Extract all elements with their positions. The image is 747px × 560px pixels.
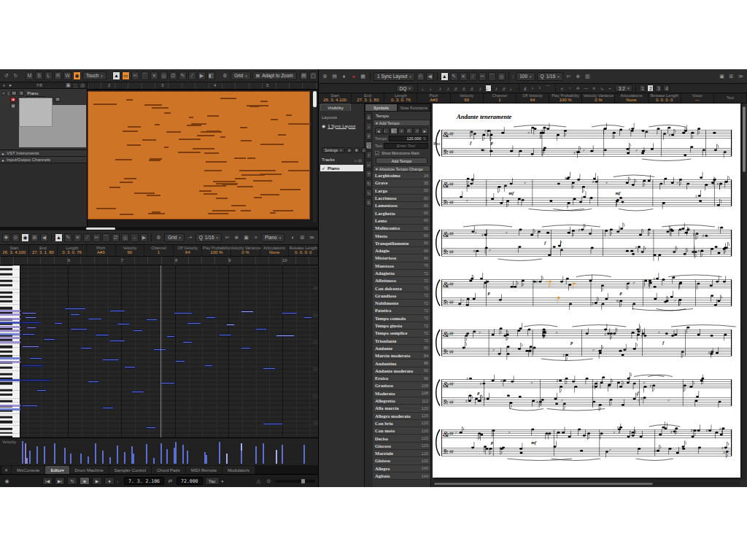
midi-note[interactable]	[241, 311, 254, 313]
mute-button[interactable]: M	[11, 90, 17, 96]
midi-note[interactable]	[282, 312, 298, 314]
instrument-button[interactable]: ▦	[10, 103, 16, 108]
tempo-term-row[interactable]: Allegretto112	[373, 397, 430, 405]
panel-icon[interactable]: ▣	[242, 233, 250, 242]
output-level-slider[interactable]	[275, 480, 315, 483]
trim-tool-icon[interactable]: ∕	[469, 72, 477, 81]
velocity-bar[interactable]	[131, 446, 133, 464]
velocity-bar[interactable]	[26, 458, 28, 464]
split-tool-icon[interactable]: ✂	[479, 72, 487, 81]
record-icon[interactable]: ●	[349, 72, 357, 81]
info-field-end[interactable]: End27. 3. 1. 80	[352, 93, 384, 103]
info-field-release-length[interactable]: Release Length0. 0. 0. 0	[289, 245, 318, 256]
info-field-velocity[interactable]: Velocity90	[116, 245, 145, 256]
play-tool-icon[interactable]: ▶	[198, 71, 206, 80]
info-field-velocity[interactable]: Velocity90	[451, 93, 484, 103]
accidental-icon[interactable]: ♭	[530, 84, 535, 93]
velocity-bar[interactable]	[29, 451, 31, 464]
velocity-bar[interactable]	[187, 451, 188, 464]
add-tempo-section-header[interactable]: ▾Add Tempo	[373, 120, 430, 126]
note-value-3-icon[interactable]: ♪	[445, 85, 452, 92]
midi-note[interactable]	[219, 334, 232, 336]
info-field-off-velocity[interactable]: Off Velocity64	[174, 245, 203, 256]
stop-icon[interactable]: ■	[80, 477, 90, 485]
play-tool-icon[interactable]: ▶	[140, 233, 148, 242]
tempo-term-row[interactable]: Andantino88	[373, 359, 430, 367]
midi-note[interactable]	[88, 381, 99, 383]
tab-midi-remote[interactable]: MIDI Remote	[186, 466, 222, 474]
zoom-tool-icon[interactable]: ◎	[160, 71, 168, 80]
crescendo-icon[interactable]: ≺	[559, 85, 565, 92]
velocity-bar[interactable]	[303, 445, 305, 464]
tempo-term-row[interactable]: Adagietto72	[373, 270, 430, 277]
chevron-down-icon[interactable]: ▾	[62, 468, 64, 472]
midi-note[interactable]	[276, 335, 295, 337]
midi-note[interactable]	[88, 318, 102, 320]
note-value-button[interactable]: ♪	[398, 128, 406, 134]
tab-mixconsole[interactable]: MixConsole	[12, 466, 44, 474]
scrollbar-thumb[interactable]	[313, 91, 317, 107]
note-value-button[interactable]: ♪	[414, 128, 421, 134]
arpeggio-icon[interactable]: ∿	[599, 85, 605, 92]
mute-tool-icon[interactable]: ∅	[112, 233, 120, 242]
more-icon[interactable]: ≫	[737, 72, 745, 81]
midi-note[interactable]	[174, 312, 193, 314]
midi-note[interactable]	[117, 323, 130, 325]
vst-instruments-folder[interactable]: ▸ VST Instruments	[0, 150, 87, 157]
overview-icon[interactable]: ▢	[309, 71, 317, 80]
tempo-term-row[interactable]: Giocoso120	[373, 443, 430, 450]
velocity-bar[interactable]	[206, 455, 207, 464]
settings-icon[interactable]: ⚙	[221, 71, 229, 80]
color-tool-icon[interactable]: ◧	[207, 71, 215, 80]
midi-note[interactable]	[102, 359, 120, 361]
tempo-term-row[interactable]: Nobilmente72	[373, 300, 430, 307]
solo-icon[interactable]: ⊙	[12, 233, 20, 242]
project-horizontal-scrollbar[interactable]	[0, 227, 318, 230]
tempo-term-row[interactable]: Andante moderato92	[373, 368, 430, 375]
chevron-down-icon[interactable]: ▾	[222, 479, 224, 483]
note-value-button[interactable]: ♬	[406, 128, 413, 134]
info-field-channel[interactable]: Channel1	[144, 245, 174, 256]
snap-icon[interactable]: ⊞	[31, 233, 39, 242]
piano-keyboard[interactable]	[0, 265, 20, 438]
colors-icon[interactable]: ⊗	[574, 72, 582, 81]
grid-type-dropdown[interactable]: Grid▾	[231, 71, 251, 80]
midi-note[interactable]	[70, 314, 80, 316]
info-field-articulations[interactable]: ArticulationsNone	[260, 245, 290, 256]
state-button-l[interactable]: L	[44, 71, 53, 80]
tempo-term-row[interactable]: Grandioso72	[373, 292, 430, 300]
tempo-term-row[interactable]: Con brio120	[373, 420, 430, 427]
note-value-button[interactable]: ♩	[383, 128, 390, 134]
midi-note[interactable]	[22, 365, 44, 367]
project-ruler[interactable]: 2345	[88, 82, 318, 90]
performance-icon[interactable]: ◉	[3, 477, 11, 486]
tempo-term-row[interactable]: Marcia moderato84	[373, 352, 430, 359]
erase-tool-icon[interactable]: ✕	[460, 72, 468, 81]
note-value-5-icon[interactable]: ♬	[461, 85, 468, 92]
quantize-dropdown[interactable]: Q1/16▾	[537, 72, 563, 81]
track-name[interactable]: Piano	[27, 91, 38, 96]
auto-scroll-icon[interactable]: ◀	[40, 233, 48, 242]
midi-note[interactable]	[241, 347, 251, 349]
note-value-9-icon[interactable]: ♪	[493, 85, 500, 92]
tempo-term-row[interactable]: Allegro moderato120	[373, 413, 430, 420]
line-icon[interactable]: ⌐	[365, 160, 372, 168]
tempo-text-field[interactable]: Enter Text	[384, 143, 428, 149]
tempo-term-row[interactable]: Mesto60	[373, 232, 430, 239]
line-tool-icon[interactable]: ⎯	[131, 233, 139, 242]
midi-note[interactable]	[22, 312, 36, 314]
midi-note[interactable]	[109, 340, 125, 342]
midi-note[interactable]	[131, 391, 144, 393]
tempo-term-row[interactable]: Largo50	[373, 187, 430, 195]
black-keys[interactable]	[0, 265, 12, 438]
velocity-bar[interactable]	[282, 445, 283, 464]
tempo-term-row[interactable]: Tempo semplice72	[373, 330, 430, 337]
state-button-s[interactable]: S	[35, 71, 43, 80]
midi-note[interactable]	[22, 379, 51, 381]
tab-chord-pads[interactable]: Chord Pads	[152, 466, 185, 474]
settings-icon[interactable]: ⚙	[155, 233, 163, 242]
stepper-icon[interactable]: ⇅	[422, 136, 426, 141]
split-tool-icon[interactable]: ✂	[131, 71, 139, 80]
note-value-6-icon[interactable]: ♬	[469, 85, 476, 92]
info-field-play-probability[interactable]: Play Probability100 %	[549, 93, 582, 103]
